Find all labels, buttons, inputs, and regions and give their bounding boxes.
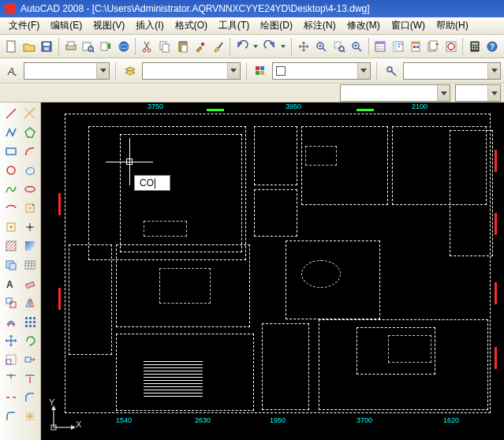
table-tool[interactable]: [21, 255, 39, 274]
zoom-realtime-button[interactable]: [312, 38, 329, 55]
publish-button[interactable]: [98, 38, 114, 55]
model-viewport[interactable]: 3750 3950 2100 1540 2630 1950 3700 1620 …: [41, 103, 504, 440]
svg-rect-45: [430, 41, 437, 50]
markup-button[interactable]: [442, 38, 459, 55]
svg-rect-61: [256, 71, 259, 75]
hatch-tool[interactable]: [2, 237, 20, 255]
plot-preview-button[interactable]: [80, 38, 96, 55]
revcloud-tool[interactable]: [21, 161, 39, 179]
region-tool[interactable]: [2, 255, 20, 274]
make-block-tool[interactable]: [2, 218, 20, 236]
svg-line-30: [358, 48, 361, 51]
chamfer-tool[interactable]: [21, 388, 39, 406]
svg-rect-38: [401, 43, 402, 45]
color-combo[interactable]: [272, 62, 370, 80]
properties-button[interactable]: [372, 38, 389, 55]
svg-rect-51: [474, 46, 476, 47]
save-button[interactable]: [39, 38, 55, 55]
svg-line-21: [218, 43, 222, 48]
menu-format[interactable]: 格式(O): [170, 17, 213, 34]
offset-tool[interactable]: [2, 312, 20, 330]
svg-rect-97: [33, 321, 35, 323]
point-tool[interactable]: [21, 218, 39, 236]
circle-tool[interactable]: [2, 161, 20, 179]
svg-line-64: [391, 71, 396, 76]
ellipse-arc-tool[interactable]: [2, 199, 20, 217]
dynamic-input[interactable]: CO: [134, 175, 170, 191]
copy-button[interactable]: [157, 38, 174, 55]
plot-button[interactable]: [62, 38, 79, 55]
xline-tool[interactable]: [21, 104, 39, 122]
break-tool[interactable]: [2, 388, 20, 406]
pline-tool[interactable]: [2, 123, 20, 141]
tool-palettes-button[interactable]: [407, 38, 424, 55]
cut-button[interactable]: [139, 38, 155, 55]
paste-button[interactable]: [174, 38, 191, 55]
design-center-button[interactable]: [390, 38, 406, 55]
menu-dim[interactable]: 标注(N): [298, 17, 342, 34]
open-button[interactable]: [21, 38, 37, 55]
array-tool[interactable]: [21, 312, 39, 330]
pan-button[interactable]: [295, 38, 312, 55]
dim-label: 2630: [195, 416, 211, 424]
insert-block-tool[interactable]: [21, 199, 39, 217]
move-tool[interactable]: [2, 331, 20, 349]
sheet-set-button[interactable]: [425, 38, 442, 55]
undo-button[interactable]: [233, 38, 250, 55]
menu-file[interactable]: 文件(F): [3, 17, 45, 34]
layer-icon[interactable]: [121, 62, 139, 80]
quickcalc-button[interactable]: [466, 38, 483, 55]
layer-combo[interactable]: [142, 62, 240, 80]
linetype-icon[interactable]: [383, 62, 400, 80]
svg-point-11: [119, 42, 129, 51]
rectangle-tool[interactable]: [2, 142, 20, 160]
zoom-previous-button[interactable]: [348, 38, 364, 55]
zoom-window-button[interactable]: [330, 38, 347, 55]
rotate-tool[interactable]: [21, 331, 39, 349]
dimstyle-combo[interactable]: [340, 84, 450, 102]
copy-tool[interactable]: [2, 293, 20, 311]
dwf-button[interactable]: [115, 38, 132, 55]
dim-label: 1950: [270, 416, 286, 424]
textstyle-icon[interactable]: A: [3, 62, 21, 80]
fillet-tool[interactable]: [2, 407, 20, 425]
ellipse-tool[interactable]: [21, 180, 39, 198]
gradient-tool[interactable]: [21, 237, 39, 255]
matchprop-button[interactable]: [192, 38, 209, 55]
stretch-tool[interactable]: [21, 350, 39, 368]
arc-tool[interactable]: [21, 142, 39, 160]
menu-edit[interactable]: 编辑(E): [45, 17, 88, 34]
erase-tool[interactable]: [21, 274, 39, 293]
extend-tool[interactable]: [21, 369, 39, 387]
svg-rect-55: [476, 48, 478, 50]
menu-draw[interactable]: 绘图(D): [255, 17, 298, 34]
spline-tool[interactable]: [2, 180, 20, 198]
textstyle-combo[interactable]: [24, 62, 110, 80]
help-button[interactable]: ?: [484, 38, 501, 55]
line-tool[interactable]: [2, 104, 20, 122]
menu-window[interactable]: 窗口(W): [386, 17, 431, 34]
svg-line-23: [323, 48, 326, 51]
explode-tool[interactable]: [21, 407, 39, 425]
menu-modify[interactable]: 修改(M): [342, 17, 386, 34]
scale-tool[interactable]: [2, 350, 20, 368]
linetype-combo[interactable]: [403, 62, 501, 80]
new-button[interactable]: [3, 38, 20, 55]
menu-tools[interactable]: 工具(T): [213, 17, 255, 34]
svg-rect-49: [472, 43, 478, 45]
menu-insert[interactable]: 插入(I): [130, 17, 169, 34]
undo-dropdown[interactable]: [252, 45, 261, 48]
svg-rect-79: [25, 241, 35, 251]
plotstyle-combo[interactable]: [455, 84, 501, 102]
paintbrush-button[interactable]: [210, 38, 226, 55]
color-icon[interactable]: [252, 62, 270, 80]
trim-tool[interactable]: [2, 369, 20, 387]
polygon-tool[interactable]: [21, 123, 39, 141]
mirror-tool[interactable]: [21, 293, 39, 311]
menu-view[interactable]: 视图(V): [88, 17, 130, 34]
redo-dropdown[interactable]: [279, 45, 289, 48]
redo-button[interactable]: [261, 38, 278, 55]
menu-help[interactable]: 帮助(H): [431, 17, 474, 34]
svg-rect-20: [201, 43, 204, 46]
mtext-tool[interactable]: A: [2, 274, 20, 293]
